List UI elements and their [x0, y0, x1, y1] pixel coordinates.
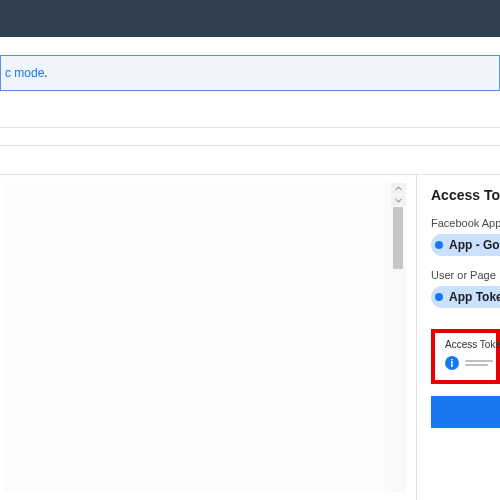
dot-icon: [435, 293, 443, 301]
top-nav-bar: [0, 0, 500, 37]
user-or-page-value: App Token: [449, 290, 500, 304]
response-area: [4, 183, 406, 492]
divider: [0, 127, 500, 128]
chevron-down-icon: [395, 198, 402, 203]
scrollbar-thumb[interactable]: [393, 207, 403, 269]
main-pane: [0, 175, 417, 500]
access-token-highlight: Access Token i: [431, 329, 500, 384]
facebook-app-value: App - GoodBarber: [449, 238, 500, 252]
workspace: Access Token Facebook App App - GoodBarb…: [0, 174, 500, 500]
public-mode-link[interactable]: c mode: [5, 66, 44, 80]
public-mode-banner: c mode.: [0, 55, 500, 91]
dot-icon: [435, 241, 443, 249]
facebook-app-label: Facebook App: [431, 217, 500, 229]
chevron-up-icon: [395, 186, 402, 191]
generate-token-button[interactable]: [431, 396, 500, 428]
scrollbar-track[interactable]: [391, 207, 406, 492]
scroll-up-button[interactable]: [391, 183, 406, 194]
access-token-panel: Access Token Facebook App App - GoodBarb…: [417, 175, 500, 500]
user-or-page-selector[interactable]: App Token: [431, 286, 500, 308]
banner-suffix: .: [44, 66, 47, 80]
access-token-label: Access Token: [445, 339, 496, 350]
divider: [0, 145, 500, 146]
access-token-value: [465, 357, 496, 369]
panel-title: Access Token: [431, 187, 500, 203]
user-or-page-label: User or Page: [431, 269, 500, 281]
scroll-down-button[interactable]: [391, 195, 406, 206]
info-icon[interactable]: i: [445, 356, 459, 370]
access-token-field[interactable]: i: [445, 356, 496, 370]
facebook-app-selector[interactable]: App - GoodBarber: [431, 234, 500, 256]
